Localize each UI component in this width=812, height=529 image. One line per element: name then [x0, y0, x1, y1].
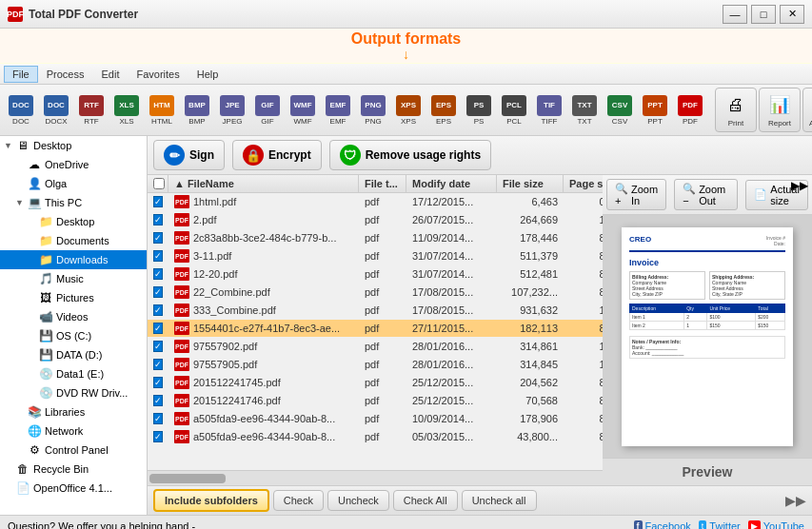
table-row[interactable]: ✓ PDF 201512241746.pdf pdf 25/12/2015...…	[148, 392, 603, 410]
sidebar-item-documents[interactable]: 📁Documents	[0, 231, 147, 250]
menu-edit[interactable]: Edit	[92, 66, 128, 83]
table-row[interactable]: ✓ PDF 333_Combine.pdf pdf 17/08/2015... …	[148, 302, 603, 320]
youtube-link[interactable]: ▶ YouTube	[748, 520, 804, 530]
row-checkbox-5[interactable]: ✓	[148, 284, 168, 300]
format-btn-xps[interactable]: XPS XPS	[391, 91, 426, 129]
sidebar-item-olga[interactable]: 👤Olga	[0, 174, 147, 193]
table-row[interactable]: ✓ PDF 201512241745.pdf pdf 25/12/2015...…	[148, 374, 603, 392]
row-checkbox-2[interactable]: ✓	[148, 230, 168, 245]
header-filesize[interactable]: File size	[497, 175, 564, 192]
row-checkbox-10[interactable]: ✓	[148, 375, 168, 390]
twitter-link[interactable]: t Twitter	[699, 520, 741, 530]
format-btn-pcl[interactable]: PCL PCL	[497, 91, 531, 129]
sidebar-item-datad[interactable]: 💾DATA (D:)	[0, 345, 147, 364]
sidebar-item-videos[interactable]: 📹Videos	[0, 307, 147, 326]
menu-process[interactable]: Process	[38, 66, 93, 83]
table-row[interactable]: ✓ PDF 97557902.pdf pdf 28/01/2016... 314…	[148, 338, 603, 356]
check-all-button[interactable]: Check All	[393, 490, 458, 511]
format-btn-tiff[interactable]: TIF TIFF	[532, 91, 566, 129]
format-btn-ppt[interactable]: PPT PPT	[638, 91, 672, 129]
row-checkbox-6[interactable]: ✓	[148, 303, 168, 318]
check-button[interactable]: Check	[273, 490, 324, 511]
minimize-button[interactable]: —	[723, 5, 747, 24]
format-btn-html[interactable]: HTM HTML	[145, 91, 179, 129]
table-row[interactable]: ✓ PDF 2.pdf pdf 26/07/2015... 264,669 11…	[148, 211, 603, 229]
sidebar-item-desktop2[interactable]: 📁Desktop	[0, 212, 147, 231]
include-subfolders-button[interactable]: Include subfolders	[153, 489, 269, 512]
sidebar-item-pictures[interactable]: 🖼Pictures	[0, 288, 147, 307]
sidebar-item-desktop[interactable]: ▼🖥Desktop	[0, 136, 147, 155]
report-button[interactable]: 📊 Report	[759, 88, 801, 132]
sidebar-item-onedrive[interactable]: ☁OneDrive	[0, 155, 147, 174]
zoom-out-button[interactable]: 🔍− Zoom Out	[674, 179, 738, 210]
format-btn-docx[interactable]: DOC DOCX	[39, 91, 73, 129]
encrypt-button[interactable]: 🔒 Encrypt	[232, 140, 322, 170]
format-btn-ps[interactable]: PS PS	[462, 91, 496, 129]
menu-favorites[interactable]: Favorites	[128, 66, 188, 83]
automate-button[interactable]: ⏰ Automate	[802, 88, 812, 132]
format-btn-jpeg[interactable]: JPE JPEG	[215, 91, 249, 129]
row-checkbox-1[interactable]: ✓	[148, 212, 168, 227]
row-checkbox-9[interactable]: ✓	[148, 357, 168, 372]
sidebar-item-controlpanel[interactable]: ⚙Control Panel	[0, 441, 147, 460]
sidebar-item-libraries[interactable]: 📚Libraries	[0, 402, 147, 421]
row-checkbox-4[interactable]: ✓	[148, 266, 168, 282]
sidebar-item-dvd[interactable]: 💿DVD RW Driv...	[0, 383, 147, 402]
table-row[interactable]: ✓ PDF a505fda9-ee96-4344-90ab-8... pdf 1…	[148, 410, 603, 428]
table-row[interactable]: ✓ PDF 22_Combine.pdf pdf 17/08/2015... 1…	[148, 284, 603, 302]
row-checkbox-11[interactable]: ✓	[148, 393, 168, 408]
row-checkbox-3[interactable]: ✓	[148, 248, 168, 264]
facebook-link[interactable]: f Facebook	[634, 520, 691, 530]
print-button[interactable]: 🖨 Print	[715, 88, 757, 132]
sidebar-item-network[interactable]: 🌐Network	[0, 421, 147, 441]
header-filename[interactable]: ▲ FileName	[168, 175, 359, 192]
table-row[interactable]: ✓ PDF 12-20.pdf pdf 31/07/2014... 512,48…	[148, 265, 603, 284]
sidebar-item-data1e[interactable]: 💿Data1 (E:)	[0, 364, 147, 383]
close-button[interactable]: ✕	[780, 5, 804, 24]
check-all-checkbox[interactable]	[153, 178, 165, 189]
horizontal-scrollbar[interactable]	[148, 470, 603, 485]
preview-expand-icon[interactable]: ▶▶	[791, 179, 808, 192]
sidebar-item-osc[interactable]: 💾OS (C:)	[0, 326, 147, 345]
scrollbar-thumb[interactable]	[149, 474, 226, 483]
sidebar-item-downloads[interactable]: 📁Downloads	[0, 250, 147, 269]
sidebar-item-recyclebin[interactable]: 🗑Recycle Bin	[0, 460, 147, 479]
format-btn-png[interactable]: PNG PNG	[356, 91, 390, 129]
header-modifydate[interactable]: Modify date	[406, 175, 497, 192]
format-btn-rtf[interactable]: RTF RTF	[74, 91, 109, 129]
format-btn-emf[interactable]: EMF EMF	[321, 91, 355, 129]
sidebar-item-openoffice[interactable]: 📄OpenOffice 4.1...	[0, 479, 147, 498]
bottom-expand-icon[interactable]: ▶▶	[785, 493, 806, 508]
header-check[interactable]	[148, 175, 168, 192]
format-btn-gif[interactable]: GIF GIF	[250, 91, 285, 129]
uncheck-button[interactable]: Uncheck	[327, 490, 389, 511]
table-row[interactable]: ✓ PDF 97557905.pdf pdf 28/01/2016... 314…	[148, 356, 603, 374]
row-checkbox-13[interactable]: ✓	[148, 429, 168, 444]
table-row[interactable]: ✓ PDF a505fda9-ee96-4344-90ab-8... pdf 0…	[148, 428, 603, 446]
row-checkbox-0[interactable]: ✓	[148, 194, 168, 209]
format-btn-xls[interactable]: XLS XLS	[109, 91, 144, 129]
maximize-button[interactable]: □	[751, 5, 776, 24]
remove-rights-button[interactable]: 🛡 Remove usage rights	[329, 140, 491, 170]
menu-file[interactable]: File	[4, 66, 38, 83]
expand-desktop[interactable]: ▼	[4, 141, 15, 150]
sign-button[interactable]: ✏ Sign	[153, 140, 225, 170]
format-btn-bmp[interactable]: BMP BMP	[180, 91, 214, 129]
format-btn-eps[interactable]: EPS EPS	[426, 91, 461, 129]
format-btn-txt[interactable]: TXT TXT	[567, 91, 602, 129]
format-btn-csv[interactable]: CSV CSV	[603, 91, 637, 129]
row-checkbox-12[interactable]: ✓	[148, 411, 168, 426]
menu-help[interactable]: Help	[188, 66, 228, 83]
table-row[interactable]: ✓ PDF 2c83a8bb-3ce2-484c-b779-b... pdf 1…	[148, 229, 603, 247]
table-row[interactable]: ✓ PDF 1554401c-e27f-41b7-8ec3-ae... pdf …	[148, 320, 603, 338]
format-btn-pdf[interactable]: PDF PDF	[673, 91, 707, 129]
table-row[interactable]: ✓ PDF 3-11.pdf pdf 31/07/2014... 511,379…	[148, 247, 603, 265]
expand-thispc[interactable]: ▼	[15, 198, 27, 207]
header-pagesize[interactable]: Page si...	[564, 175, 603, 192]
sidebar-item-thispc[interactable]: ▼💻This PC	[0, 193, 147, 212]
format-btn-doc[interactable]: DOC DOC	[4, 91, 38, 129]
zoom-in-button[interactable]: 🔍+ Zoom In	[606, 179, 666, 210]
header-filetype[interactable]: File t...	[359, 175, 406, 192]
table-row[interactable]: ✓ PDF 1html.pdf pdf 17/12/2015... 6,463 …	[148, 193, 603, 211]
uncheck-all-button[interactable]: Uncheck all	[462, 490, 537, 511]
